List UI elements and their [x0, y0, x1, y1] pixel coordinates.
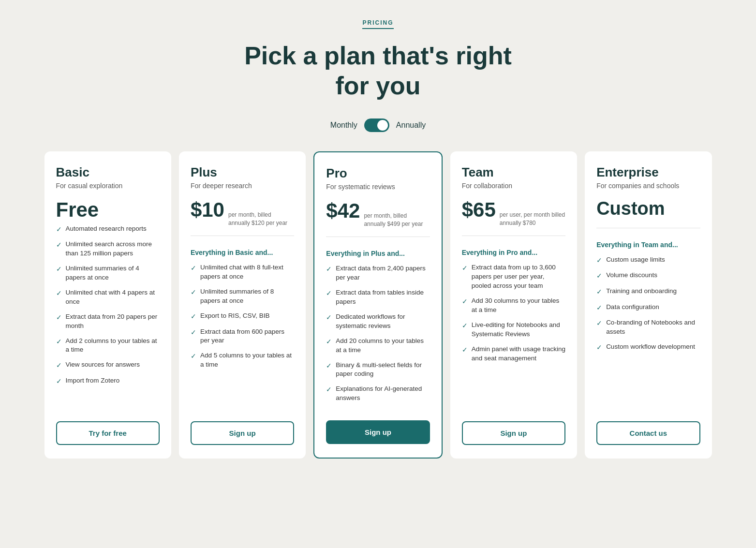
everything-label-team: Everything in Pro and...	[462, 249, 565, 256]
check-icon: ✓	[56, 225, 62, 235]
feature-text: Custom workflow development	[606, 342, 695, 352]
check-icon: ✓	[596, 256, 602, 266]
feature-item: ✓ Binary & multi-select fields for paper…	[326, 361, 430, 379]
feature-item: ✓ Unlimited summaries of 8 papers at onc…	[191, 287, 294, 306]
check-icon: ✓	[56, 265, 62, 274]
feature-text: Unlimited chat with 8 full-text papers a…	[200, 263, 294, 281]
feature-text: Training and onboarding	[606, 287, 677, 296]
check-icon: ✓	[191, 312, 196, 322]
check-icon: ✓	[596, 319, 602, 328]
features-list-pro: ✓ Extract data from 2,400 papers per yea…	[326, 264, 430, 409]
toggle-thumb	[377, 120, 388, 131]
feature-text: Add 30 columns to your tables at a time	[472, 296, 565, 315]
feature-item: ✓ Training and onboarding	[596, 287, 700, 297]
cta-button-team[interactable]: Sign up	[462, 421, 565, 445]
check-icon: ✓	[191, 328, 196, 338]
check-icon: ✓	[596, 303, 602, 313]
feature-item: ✓ Custom workflow development	[596, 342, 700, 353]
check-icon: ✓	[596, 271, 602, 281]
everything-label-enterprise: Everything in Team and...	[596, 241, 700, 249]
check-icon: ✓	[191, 352, 196, 361]
features-list-basic: ✓ Automated research reports ✓ Unlimited…	[56, 224, 160, 410]
plan-name-pro: Pro	[326, 166, 430, 181]
check-icon: ✓	[56, 289, 62, 298]
plan-tagline-enterprise: For companies and schools	[596, 182, 700, 190]
feature-item: ✓ Extract data from 2,400 papers per yea…	[326, 264, 430, 282]
feature-text: Volume discounts	[606, 271, 657, 280]
feature-item: ✓ Extract data from tables inside papers	[326, 288, 430, 307]
feature-text: Data configuration	[606, 303, 659, 312]
billing-toggle-row: Monthly Annually	[330, 118, 426, 132]
feature-item: ✓ Volume discounts	[596, 271, 700, 281]
plan-price-team: $65	[462, 198, 496, 222]
feature-item: ✓ Import from Zotero	[56, 376, 160, 386]
check-icon: ✓	[326, 337, 332, 347]
feature-text: Binary & multi-select fields for paper c…	[336, 361, 430, 379]
cta-button-plus[interactable]: Sign up	[191, 421, 294, 445]
feature-item: ✓ Add 20 columns to your tables at a tim…	[326, 337, 430, 355]
feature-item: ✓ Unlimited chat with 4 papers at once	[56, 288, 160, 307]
feature-item: ✓ Add 5 columns to your tables at a time	[191, 351, 294, 370]
feature-text: Dedicated workflows for systematic revie…	[336, 312, 430, 331]
cta-button-pro[interactable]: Sign up	[326, 420, 430, 444]
check-icon: ✓	[462, 264, 468, 273]
feature-item: ✓ Unlimited search across more than 125 …	[56, 240, 160, 258]
features-list-plus: ✓ Unlimited chat with 8 full-text papers…	[191, 263, 294, 410]
check-icon: ✓	[56, 377, 62, 386]
pricing-label: PRICING	[362, 19, 393, 29]
feature-text: Live-editing for Notebooks and Systemati…	[472, 321, 565, 339]
plan-price-pro: $42	[326, 199, 360, 222]
plan-price-basic: Free	[56, 198, 99, 222]
feature-text: Import from Zotero	[66, 376, 120, 385]
check-icon: ✓	[56, 313, 62, 323]
plan-price-note-plus: per month, billed annually $120 per year	[228, 211, 294, 227]
everything-label-plus: Everything in Basic and...	[191, 249, 294, 256]
check-icon: ✓	[326, 361, 332, 371]
feature-item: ✓ Co-branding of Notebooks and assets	[596, 318, 700, 337]
feature-text: Extract data from 600 papers per year	[200, 327, 294, 346]
feature-text: Extract data from tables inside papers	[336, 288, 430, 307]
feature-item: ✓ Export to RIS, CSV, BIB	[191, 311, 294, 322]
plan-price-note-team: per user, per month billed annually $780	[500, 211, 565, 227]
feature-item: ✓ View sources for answers	[56, 360, 160, 370]
feature-item: ✓ Data configuration	[596, 303, 700, 313]
check-icon: ✓	[326, 265, 332, 274]
check-icon: ✓	[596, 343, 602, 353]
feature-text: Unlimited chat with 4 papers at once	[66, 288, 160, 307]
feature-text: Co-branding of Notebooks and assets	[606, 318, 700, 337]
toggle-switch[interactable]	[364, 118, 389, 132]
feature-text: Unlimited summaries of 4 papers at once	[66, 264, 160, 282]
monthly-label: Monthly	[330, 121, 357, 130]
plan-name-enterprise: Enterprise	[596, 165, 700, 180]
plan-name-basic: Basic	[56, 165, 160, 180]
check-icon: ✓	[56, 337, 62, 347]
feature-item: ✓ Extract data from 20 papers per month	[56, 312, 160, 331]
feature-text: Export to RIS, CSV, BIB	[200, 311, 270, 321]
page-title: Pick a plan that's right for you	[244, 41, 512, 101]
feature-text: Custom usage limits	[606, 255, 665, 265]
check-icon: ✓	[56, 361, 62, 370]
feature-text: Admin panel with usage tracking and seat…	[472, 345, 565, 363]
check-icon: ✓	[462, 321, 468, 331]
feature-text: View sources for answers	[66, 360, 140, 370]
feature-text: Extract data from 20 papers per month	[66, 312, 160, 331]
annually-label: Annually	[396, 121, 426, 130]
cta-button-basic[interactable]: Try for free	[56, 421, 160, 445]
feature-text: Add 2 columns to your tables at a time	[66, 337, 160, 355]
plan-tagline-basic: For casual exploration	[56, 182, 160, 190]
check-icon: ✓	[462, 345, 468, 355]
feature-text: Add 20 columns to your tables at a time	[336, 337, 430, 355]
feature-item: ✓ Unlimited summaries of 4 papers at onc…	[56, 264, 160, 282]
plan-card-team: Team For collaboration $65 per user, per…	[450, 151, 577, 459]
cta-button-enterprise[interactable]: Contact us	[596, 421, 700, 445]
feature-text: Extract data from 2,400 papers per year	[336, 264, 430, 282]
everything-label-pro: Everything in Plus and...	[326, 250, 430, 257]
plan-card-pro: Pro For systematic reviews $42 per month…	[313, 151, 442, 459]
plan-tagline-team: For collaboration	[462, 182, 565, 190]
feature-text: Unlimited summaries of 8 papers at once	[200, 287, 294, 306]
check-icon: ✓	[462, 297, 468, 307]
feature-text: Add 5 columns to your tables at a time	[200, 351, 294, 370]
plans-grid: Basic For casual exploration Free ✓ Auto…	[44, 151, 712, 459]
feature-item: ✓ Custom usage limits	[596, 255, 700, 266]
feature-text: Unlimited search across more than 125 mi…	[66, 240, 160, 258]
